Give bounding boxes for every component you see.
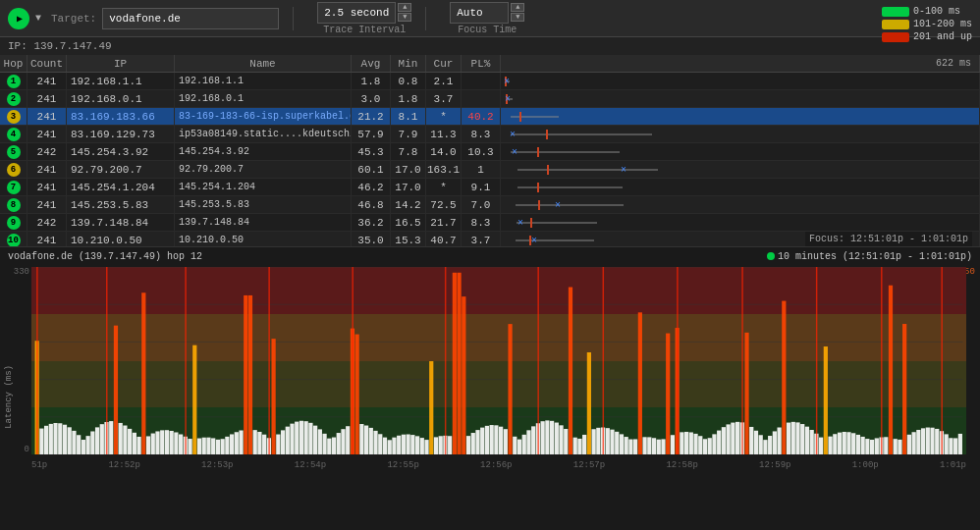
- svg-rect-215: [833, 434, 837, 454]
- svg-rect-175: [647, 437, 651, 454]
- hop-circle: 9: [7, 216, 21, 230]
- table-row[interactable]: 5242145.254.3.92145.254.3.9245.37.814.01…: [0, 143, 980, 161]
- svg-rect-219: [851, 433, 855, 454]
- focus-spinner[interactable]: ▲ ▼: [511, 3, 524, 22]
- focus-input[interactable]: [450, 2, 509, 24]
- svg-rect-136: [466, 436, 470, 454]
- td-name: 83-169-183-66-isp.superkabel.de: [175, 108, 352, 125]
- td-hop: 8: [0, 196, 27, 213]
- svg-rect-156: [559, 425, 563, 454]
- svg-rect-236: [930, 428, 934, 454]
- svg-rect-120: [392, 438, 396, 454]
- svg-rect-164: [596, 428, 600, 454]
- svg-text:×: ×: [555, 200, 561, 211]
- svg-rect-184: [689, 432, 693, 454]
- svg-rect-44: [39, 429, 43, 454]
- svg-rect-142: [494, 425, 498, 454]
- td-name: 192.168.0.1: [175, 90, 352, 107]
- svg-rect-242: [958, 434, 962, 454]
- focus-up[interactable]: ▲: [511, 3, 524, 12]
- svg-rect-240: [949, 438, 953, 454]
- td-pl: 9.1: [462, 179, 501, 195]
- table-row[interactable]: 324183.169.183.6683-169-183-66-isp.super…: [0, 108, 980, 126]
- target-input[interactable]: [102, 8, 279, 29]
- td-hop: 1: [0, 73, 27, 89]
- svg-rect-180: [671, 435, 675, 454]
- svg-rect-177: [657, 440, 661, 454]
- focus-down[interactable]: ▼: [511, 13, 524, 22]
- legend-item-yellow: 101-200 ms: [882, 19, 972, 29]
- interval-up[interactable]: ▲: [398, 3, 411, 12]
- svg-text:×: ×: [517, 218, 523, 229]
- td-ip: 139.7.148.84: [67, 214, 175, 231]
- svg-rect-231: [907, 435, 911, 454]
- svg-rect-52: [77, 435, 81, 454]
- interval-down[interactable]: ▼: [398, 13, 411, 22]
- td-cur: 21.7: [426, 214, 462, 231]
- table-row[interactable]: 7241145.254.1.204145.254.1.20446.217.0*9…: [0, 179, 980, 196]
- svg-rect-221: [861, 437, 865, 454]
- svg-rect-229: [898, 440, 901, 454]
- table-row[interactable]: 2241192.168.0.1192.168.0.13.01.83.7×: [0, 90, 980, 108]
- legend-label-green: 0-100 ms: [913, 6, 960, 17]
- td-min: 14.2: [391, 196, 426, 213]
- svg-rect-161: [582, 435, 586, 454]
- td-min: 17.0: [391, 179, 426, 195]
- svg-rect-54: [85, 436, 89, 454]
- td-hop: 4: [0, 126, 27, 142]
- td-hop: 7: [0, 179, 27, 195]
- svg-rect-135: [462, 296, 465, 454]
- svg-rect-204: [782, 301, 786, 454]
- th-count: Count: [27, 55, 67, 72]
- td-pl: 3.7: [462, 232, 501, 246]
- svg-rect-239: [945, 434, 949, 454]
- table-header: Hop Count IP Name Avg Min Cur PL% 622 ms: [0, 55, 980, 73]
- interval-box: ▲ ▼ Trace Interval: [317, 2, 411, 35]
- hop-circle: 10: [7, 234, 21, 247]
- bottom-chart-time: 10 minutes (12:51:01p - 1:01:01p): [767, 251, 972, 262]
- td-cur: 40.7: [426, 232, 462, 246]
- table-row[interactable]: 424183.169.129.73ip53a08149.static....kd…: [0, 126, 980, 143]
- td-avg: 3.0: [352, 90, 391, 107]
- table-row[interactable]: 624192.79.200.792.79.200.760.117.0163.11…: [0, 161, 980, 179]
- svg-rect-178: [661, 439, 665, 454]
- td-hop: 9: [0, 214, 27, 231]
- target-label: Target:: [51, 13, 96, 25]
- hop-circle: 1: [7, 75, 21, 88]
- table-row[interactable]: 9242139.7.148.84139.7.148.8436.216.521.7…: [0, 214, 980, 232]
- svg-rect-83: [221, 439, 225, 454]
- td-cur: 14.0: [426, 143, 462, 160]
- svg-rect-209: [805, 427, 809, 454]
- svg-rect-171: [628, 440, 632, 454]
- svg-rect-76: [188, 439, 191, 454]
- svg-rect-198: [754, 431, 758, 454]
- svg-rect-65: [136, 437, 140, 454]
- svg-rect-127: [424, 440, 428, 454]
- table-row[interactable]: 1241192.168.1.1192.168.1.11.80.82.1×: [0, 73, 980, 90]
- play-button[interactable]: [8, 8, 29, 29]
- svg-rect-207: [795, 422, 799, 454]
- td-avg: 46.8: [352, 196, 391, 213]
- svg-rect-155: [555, 423, 559, 454]
- svg-rect-147: [517, 440, 521, 454]
- td-pl: 10.3: [462, 143, 501, 160]
- target-dropdown-arrow[interactable]: ▼: [35, 13, 41, 24]
- svg-rect-46: [49, 424, 53, 454]
- svg-rect-153: [545, 420, 549, 454]
- legend-label-yellow: 101-200 ms: [913, 19, 972, 29]
- ip-value: 139.7.147.49: [33, 40, 111, 52]
- svg-rect-194: [735, 422, 739, 454]
- svg-rect-117: [378, 434, 382, 454]
- svg-rect-201: [768, 436, 772, 454]
- td-count: 241: [27, 108, 67, 125]
- svg-rect-98: [290, 424, 294, 454]
- svg-rect-191: [722, 427, 726, 454]
- svg-rect-216: [838, 433, 842, 454]
- td-name: 10.210.0.50: [175, 232, 352, 246]
- interval-spinner[interactable]: ▲ ▼: [398, 3, 411, 22]
- interval-input[interactable]: [317, 2, 396, 24]
- svg-rect-189: [712, 434, 716, 454]
- svg-rect-61: [119, 423, 123, 454]
- table-row[interactable]: 8241145.253.5.83145.253.5.8346.814.272.5…: [0, 196, 980, 214]
- svg-rect-70: [160, 430, 164, 454]
